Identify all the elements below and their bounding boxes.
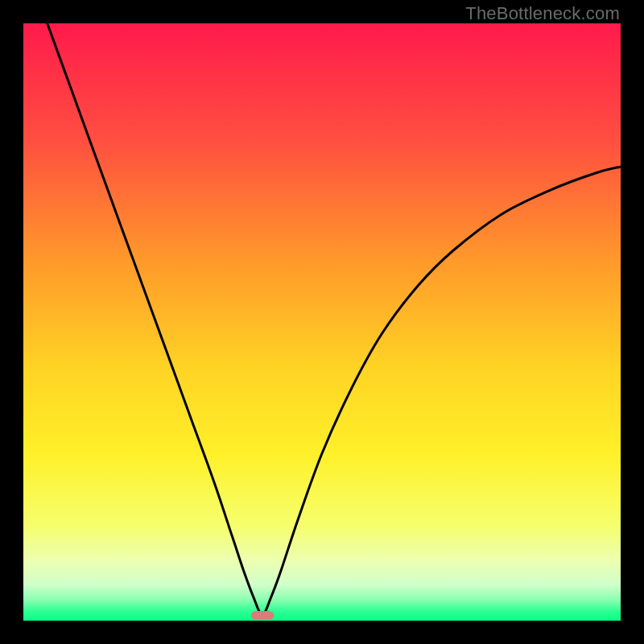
minimum-indicator bbox=[251, 611, 274, 620]
plot-area bbox=[23, 23, 621, 621]
curve-layer bbox=[23, 23, 621, 621]
chart-frame: TheBottleneck.com bbox=[0, 0, 644, 644]
watermark-text: TheBottleneck.com bbox=[465, 3, 620, 24]
bottleneck-curve-path bbox=[47, 23, 621, 615]
